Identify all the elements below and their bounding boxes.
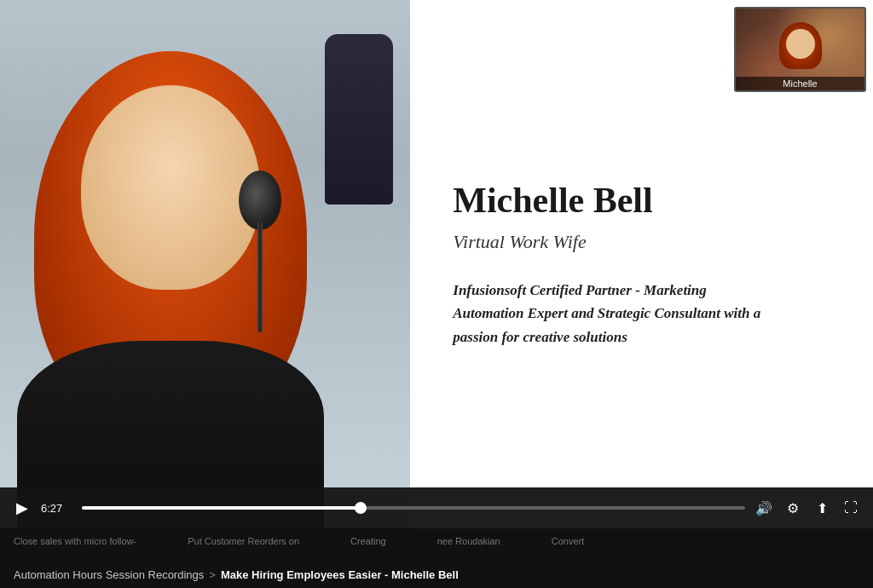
webcam-feed: [0, 0, 410, 528]
breadcrumb-nav: Automation Hours Session Recordings > Ma…: [14, 568, 859, 581]
person-face: [81, 85, 260, 290]
slide-person-name: Michelle Bell: [453, 180, 830, 221]
progress-bar[interactable]: [82, 506, 745, 510]
fullscreen-button[interactable]: ⛶: [841, 500, 861, 516]
breadcrumb-bar: Close sales with micro follow- Put Custo…: [0, 528, 873, 588]
settings-button[interactable]: ⚙: [783, 500, 803, 516]
suggestion-4: nee Roudakian: [437, 536, 500, 546]
breadcrumb-parent-link[interactable]: Automation Hours Session Recordings: [14, 568, 204, 581]
slide-person-title: Virtual Work Wife: [453, 231, 830, 253]
progress-thumb: [355, 502, 367, 514]
suggestion-1: Close sales with micro follow-: [14, 536, 136, 546]
pip-name-label: Michelle: [736, 77, 864, 90]
video-player: Michelle Bell Virtual Work Wife Infusion…: [0, 0, 873, 528]
time-display: 6:27: [41, 502, 73, 515]
progress-fill: [82, 506, 361, 510]
microphone: [239, 170, 281, 341]
share-button[interactable]: ⬆: [812, 500, 832, 516]
pip-face: [786, 29, 815, 59]
volume-button[interactable]: 🔊: [754, 500, 774, 516]
play-button[interactable]: ▶: [12, 499, 32, 517]
chair-back: [325, 34, 393, 205]
suggestion-5: Convert: [552, 536, 585, 546]
slide-person-description: Infusionsoft Certified Partner - Marketi…: [453, 279, 777, 349]
suggestion-2: Put Customer Reorders on: [188, 536, 299, 546]
mic-stand: [257, 222, 263, 332]
suggestion-3: Creating: [350, 536, 386, 546]
pip-overlay: Michelle: [734, 7, 866, 92]
video-controls: ▶ 6:27 🔊 ⚙ ⬆ ⛶: [0, 487, 873, 528]
suggestion-strip: Close sales with micro follow- Put Custo…: [0, 528, 873, 554]
breadcrumb-separator: >: [209, 568, 216, 581]
breadcrumb-current-page: Make Hiring Employees Easier - Michelle …: [221, 568, 459, 581]
